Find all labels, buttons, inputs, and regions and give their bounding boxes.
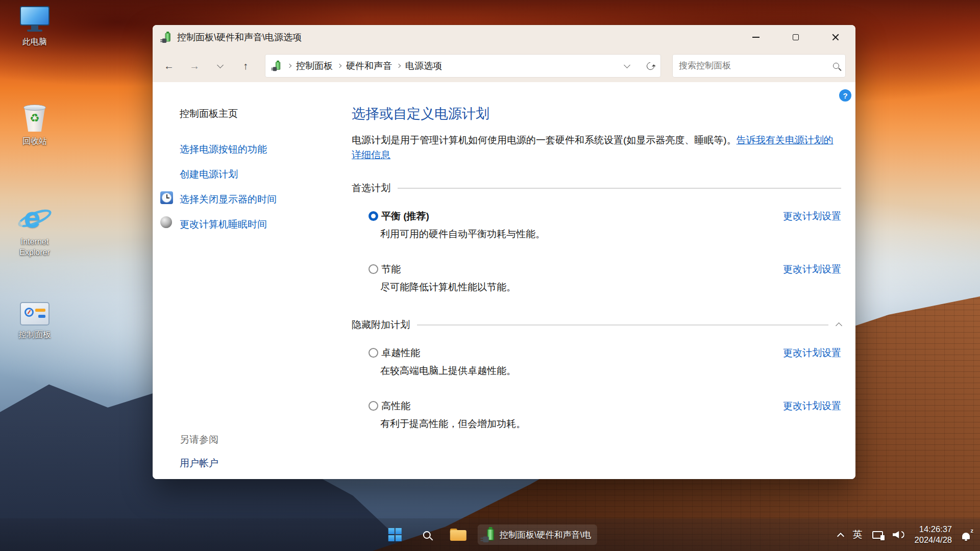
tray-overflow-chevron-icon[interactable] — [837, 532, 844, 539]
desktop-icon-label: 此电脑 — [22, 37, 47, 47]
section-title: 首选计划 — [352, 182, 390, 195]
bell-icon — [962, 533, 970, 539]
file-explorer-button[interactable] — [446, 522, 471, 547]
help-button[interactable]: ? — [839, 89, 851, 102]
taskbar-control-panel-button[interactable]: 控制面板\硬件和声音\电 — [478, 524, 597, 545]
change-plan-settings-link[interactable]: 更改计划设置 — [783, 399, 841, 413]
section-title: 隐藏附加计划 — [352, 318, 410, 332]
plan-row-balanced: 平衡 (推荐) 更改计划设置 — [352, 210, 841, 223]
search-box[interactable] — [672, 54, 846, 78]
taskbar-center-icons: 控制面板\硬件和声音\电 — [383, 522, 597, 547]
see-also-section: 另请参阅 用户帐户 — [153, 433, 352, 470]
see-also-header: 另请参阅 — [153, 433, 352, 446]
plan-name[interactable]: 卓越性能 — [381, 346, 420, 360]
change-plan-settings-link[interactable]: 更改计划设置 — [783, 346, 841, 360]
window-titlebar[interactable]: 控制面板\硬件和声音\电源选项 — [153, 25, 855, 49]
sidebar-item-home[interactable]: 控制面板主页 — [153, 107, 352, 120]
plan-description: 利用可用的硬件自动平衡功耗与性能。 — [352, 228, 841, 241]
maximize-button[interactable] — [776, 25, 816, 49]
section-header-hidden-plans: 隐藏附加计划 — [352, 318, 841, 332]
navigation-bar: ← → ↑ 控制面板 硬件和声音 电源选项 — [153, 49, 855, 82]
sidebar: 控制面板主页 选择电源按钮的功能 创建电源计划 选择关闭显示器的时间 更改计算机… — [153, 82, 352, 479]
desktop-icon-this-pc[interactable]: 此电脑 — [9, 6, 60, 47]
start-button[interactable] — [383, 522, 407, 547]
taskbar-search-button[interactable] — [414, 522, 439, 547]
plan-row-power-saver: 节能 更改计划设置 — [352, 263, 841, 276]
language-indicator[interactable]: 英 — [853, 528, 863, 541]
search-input[interactable] — [679, 61, 833, 71]
plan-description: 在较高端电脑上提供卓越性能。 — [352, 364, 841, 378]
breadcrumb[interactable]: 控制面板 硬件和声音 电源选项 — [265, 54, 661, 78]
intro-paragraph: 电源计划是用于管理计算机如何使用电源的一套硬件和系统设置(如显示器亮度、睡眠等)… — [352, 133, 841, 163]
power-options-icon — [162, 32, 172, 43]
control-panel-window: 控制面板\硬件和声音\电源选项 ← → ↑ 控制面板 硬件和声音 电源选项 — [153, 25, 855, 479]
up-button[interactable]: ↑ — [234, 56, 257, 76]
taskbar: 控制面板\硬件和声音\电 英 14:26:37 2024/4/28 z — [0, 518, 980, 551]
desktop-icon-control-panel[interactable]: 控制面板 — [9, 302, 60, 340]
plan-name[interactable]: 平衡 (推荐) — [381, 210, 429, 223]
window-body: ? 控制面板主页 选择电源按钮的功能 创建电源计划 选择关闭显示器的时间 更改计… — [153, 82, 855, 479]
breadcrumb-item-hardware-sound[interactable]: 硬件和声音 — [346, 60, 392, 72]
radio-balanced[interactable] — [369, 211, 378, 221]
system-tray: 英 14:26:37 2024/4/28 z — [838, 524, 973, 546]
chevron-down-icon — [217, 62, 224, 68]
desktop-icon-label: Internet Explorer — [9, 237, 60, 258]
desktop-icon-recycle-bin[interactable]: ♻ 回收站 — [9, 105, 60, 147]
tray-time: 14:26:37 — [915, 524, 952, 535]
radio-power-saver[interactable] — [369, 264, 378, 274]
chevron-right-icon — [397, 64, 401, 68]
intro-text: 电源计划是用于管理计算机如何使用电源的一套硬件和系统设置(如显示器亮度、睡眠等)… — [352, 135, 737, 145]
sidebar-item-label: 更改计算机睡眠时间 — [180, 219, 267, 230]
main-content: 选择或自定义电源计划 电源计划是用于管理计算机如何使用电源的一套硬件和系统设置(… — [352, 82, 855, 479]
breadcrumb-item-control-panel[interactable]: 控制面板 — [296, 60, 333, 72]
sidebar-item-label: 选择关闭显示器的时间 — [180, 194, 277, 205]
divider — [417, 324, 828, 325]
refresh-icon[interactable] — [645, 60, 656, 71]
tray-date: 2024/4/28 — [915, 535, 952, 545]
chevron-right-icon — [337, 64, 341, 68]
plan-row-ultimate-performance: 卓越性能 更改计划设置 — [352, 346, 841, 360]
desktop-icon-label: 回收站 — [22, 136, 47, 147]
volume-icon[interactable] — [893, 530, 905, 539]
desktop-wallpaper: 此电脑 ♻ 回收站 e Internet Explorer 控制面板 控制面板\… — [0, 0, 980, 551]
plan-row-high-performance: 高性能 更改计划设置 — [352, 399, 841, 413]
address-dropdown-icon[interactable] — [624, 62, 630, 68]
search-icon — [423, 531, 430, 539]
recycle-bin-icon: ♻ — [22, 105, 47, 132]
back-button[interactable]: ← — [158, 56, 180, 76]
close-button[interactable] — [816, 25, 855, 49]
divider — [398, 188, 841, 189]
sidebar-item-sleep-time[interactable]: 更改计算机睡眠时间 — [153, 218, 352, 231]
recent-pages-button[interactable] — [209, 56, 231, 76]
close-icon — [832, 34, 839, 41]
radio-ultimate-performance[interactable] — [369, 348, 378, 358]
power-options-icon — [483, 527, 496, 542]
maximize-icon — [793, 34, 799, 40]
power-options-icon — [273, 61, 281, 71]
sidebar-item-user-accounts[interactable]: 用户帐户 — [153, 457, 352, 470]
collapse-section-button[interactable] — [837, 321, 841, 328]
change-plan-settings-link[interactable]: 更改计划设置 — [783, 210, 841, 223]
chevron-right-icon — [287, 64, 291, 68]
this-pc-icon — [19, 6, 51, 33]
plan-name[interactable]: 节能 — [381, 263, 401, 276]
sidebar-item-create-plan[interactable]: 创建电源计划 — [153, 168, 352, 181]
clock[interactable]: 14:26:37 2024/4/28 — [915, 524, 952, 546]
forward-button[interactable]: → — [183, 56, 206, 76]
focus-assist-z-icon: z — [971, 528, 974, 534]
plan-name[interactable]: 高性能 — [381, 399, 410, 413]
folder-icon — [450, 529, 467, 541]
change-plan-settings-link[interactable]: 更改计划设置 — [783, 263, 841, 276]
network-icon[interactable] — [872, 531, 883, 539]
section-header-preferred-plans: 首选计划 — [352, 182, 841, 195]
minimize-button[interactable] — [736, 25, 776, 49]
breadcrumb-item-power-options[interactable]: 电源选项 — [405, 60, 442, 72]
sidebar-item-display-off-time[interactable]: 选择关闭显示器的时间 — [153, 193, 352, 206]
desktop-icon-internet-explorer[interactable]: e Internet Explorer — [9, 203, 60, 258]
chevron-up-icon — [836, 323, 842, 330]
radio-high-performance[interactable] — [369, 401, 378, 411]
search-icon[interactable] — [833, 63, 839, 69]
sidebar-item-power-buttons[interactable]: 选择电源按钮的功能 — [153, 143, 352, 156]
notification-bell-button[interactable]: z — [962, 529, 973, 540]
moon-icon — [160, 216, 172, 228]
